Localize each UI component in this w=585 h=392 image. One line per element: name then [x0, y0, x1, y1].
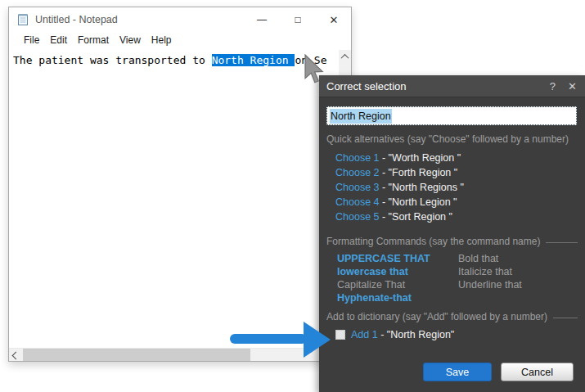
dialog-title: Correct selection	[326, 80, 407, 92]
chevron-up-icon	[341, 54, 349, 62]
notepad-window: Untitled - Notepad — □ ✕ File Edit Forma…	[8, 7, 352, 362]
selected-text: North Region	[212, 54, 295, 66]
menu-file[interactable]: File	[24, 34, 39, 46]
dialog-titlebar-buttons: ? ✕	[550, 80, 577, 92]
section-divider	[546, 242, 578, 243]
mouse-cursor-icon	[304, 54, 326, 85]
scroll-left-button[interactable]	[9, 349, 22, 362]
menu-view[interactable]: View	[119, 34, 141, 46]
format-underline-that: Underline that	[458, 279, 522, 291]
maximize-icon[interactable]: □	[292, 14, 304, 25]
choose-option-2[interactable]: Choose 2 - "Forth Region "	[335, 167, 457, 178]
section-divider	[553, 318, 578, 318]
help-icon[interactable]: ?	[550, 80, 556, 92]
close-icon[interactable]: ✕	[328, 14, 340, 26]
add-to-dictionary-header: Add to dictionary (say "Add" followed by…	[326, 311, 578, 322]
menu-help[interactable]: Help	[151, 34, 172, 46]
menu-edit[interactable]: Edit	[50, 34, 67, 46]
format-italicize-that: Italicize that	[458, 266, 512, 277]
text-before-selection: The patient was transported to	[13, 54, 212, 66]
choose-option-5[interactable]: Choose 5 - "Sort Region "	[335, 211, 452, 223]
choose-option-3[interactable]: Choose 3 - "North Regions "	[335, 182, 464, 193]
menu-format[interactable]: Format	[78, 34, 109, 46]
formatting-commands-header: Formatting Commands (say the command nam…	[326, 236, 578, 247]
horizontal-scrollbar-thumb[interactable]	[23, 349, 250, 361]
dialog-close-icon[interactable]: ✕	[568, 80, 577, 92]
notepad-text-area[interactable]: The patient was transported to North Reg…	[10, 50, 338, 347]
chevron-left-icon	[11, 351, 20, 359]
correction-input-selected-value: North Region	[330, 109, 392, 124]
save-button[interactable]: Save	[423, 363, 492, 381]
quick-alternatives-header: Quick alternatives (say "Choose" followe…	[326, 133, 578, 145]
format-capitalize-that: Capitalize That	[337, 279, 405, 291]
choose-option-1[interactable]: Choose 1 - "Worth Region "	[335, 152, 461, 164]
notepad-titlebar[interactable]: Untitled - Notepad — □ ✕	[9, 7, 351, 32]
notepad-menubar: File Edit Format View Help	[9, 32, 351, 47]
notepad-icon	[16, 13, 29, 26]
format-uppercase-that[interactable]: UPPERCASE THAT	[337, 253, 430, 264]
correction-input[interactable]: North Region	[326, 106, 577, 125]
cancel-button[interactable]: Cancel	[501, 363, 574, 381]
scroll-up-button[interactable]	[339, 50, 351, 64]
annotation-arrow-icon	[227, 320, 332, 359]
window-controls: — □ ✕	[256, 14, 351, 26]
choose-option-4[interactable]: Choose 4 - "North Legion "	[335, 196, 457, 208]
format-hyphenate-that[interactable]: Hyphenate-that	[337, 292, 412, 304]
correct-selection-dialog: Correct selection ? ✕ North Region Quick…	[319, 75, 585, 392]
dialog-titlebar[interactable]: Correct selection ? ✕	[319, 75, 585, 97]
minimize-icon[interactable]: —	[256, 14, 268, 25]
format-bold-that: Bold that	[458, 253, 498, 264]
format-lowercase-that[interactable]: lowercase that	[337, 266, 408, 277]
add-to-dictionary-option[interactable]: Add 1 - "North Region"	[335, 329, 454, 340]
add-checkbox[interactable]	[335, 330, 345, 340]
notepad-title: Untitled - Notepad	[35, 14, 118, 25]
screen: Untitled - Notepad — □ ✕ File Edit Forma…	[0, 0, 585, 392]
